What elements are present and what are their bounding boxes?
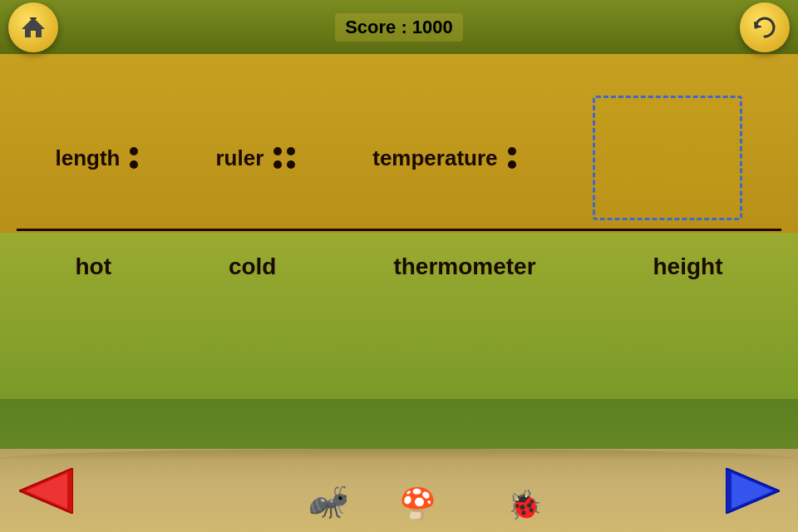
dot: [287, 160, 295, 169]
bug-container: 🐜 🍄 🐞: [0, 461, 798, 528]
home-button[interactable]: [8, 2, 58, 52]
refresh-button[interactable]: [740, 2, 790, 52]
nav-left-button[interactable]: [17, 466, 75, 515]
match-label-ruler: ruler: [215, 145, 264, 171]
ground: 🐜 🍄 🐞: [0, 449, 798, 532]
dot: [273, 147, 282, 155]
nav-right-button[interactable]: [723, 466, 781, 515]
svg-marker-5: [732, 473, 773, 509]
ground-top: [0, 449, 798, 459]
answer-cold[interactable]: cold: [229, 254, 277, 280]
svg-marker-3: [26, 473, 67, 509]
match-row: length ruler temperature: [0, 96, 798, 220]
dot: [508, 160, 516, 169]
divider-line: [17, 229, 781, 231]
dot: [273, 160, 282, 169]
match-label-length: length: [55, 145, 120, 171]
ladybug-decoration: 🐞: [507, 488, 542, 521]
content-area: length ruler temperature: [0, 54, 798, 453]
dots-row: [273, 147, 295, 155]
dot: [508, 147, 516, 155]
dots-row: [273, 160, 295, 169]
dot: [130, 147, 138, 155]
dots-ruler: [273, 147, 295, 169]
match-item-temperature: temperature: [372, 145, 515, 171]
mushroom-decoration: 🍄: [399, 486, 436, 521]
match-item-ruler: ruler: [215, 145, 295, 171]
ant-decoration: 🐜: [308, 482, 349, 521]
match-item-length: length: [55, 145, 138, 171]
answer-height[interactable]: height: [653, 254, 722, 280]
svg-marker-0: [22, 17, 45, 37]
svg-rect-1: [30, 17, 37, 19]
drop-target-box[interactable]: [593, 96, 742, 220]
answer-thermometer[interactable]: thermometer: [393, 254, 535, 280]
dots-temperature: [508, 147, 516, 169]
answer-row: hot cold thermometer height: [0, 254, 798, 280]
dot: [287, 147, 295, 155]
match-label-temperature: temperature: [372, 145, 497, 171]
top-bar: Score : 1000: [0, 0, 798, 54]
score-display: Score : 1000: [335, 13, 463, 42]
dot: [130, 160, 138, 169]
answer-hot[interactable]: hot: [75, 254, 111, 280]
dots-length: [130, 147, 138, 169]
